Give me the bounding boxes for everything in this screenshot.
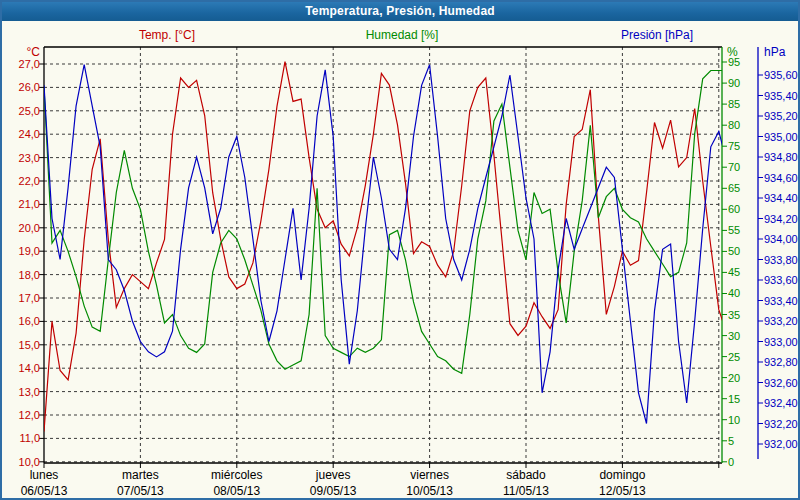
- temperature-tick-label: 20,0: [2, 222, 40, 234]
- day-date-label: 07/05/13: [90, 484, 190, 498]
- chart-svg: [2, 2, 800, 500]
- pressure-tick-label: 935,60: [764, 69, 798, 81]
- humidity-tick-label: 95: [728, 56, 740, 68]
- day-date-label: 12/05/13: [572, 484, 672, 498]
- temperature-tick-label: 25,0: [2, 105, 40, 117]
- temperature-tick-label: 19,0: [2, 245, 40, 257]
- temperature-tick-label: 14,0: [2, 362, 40, 374]
- temperature-tick-label: 15,0: [2, 339, 40, 351]
- temperature-tick-label: 27,0: [2, 58, 40, 70]
- series-temperature-line: [44, 62, 723, 432]
- pressure-tick-label: 932,40: [764, 397, 798, 409]
- temperature-tick-label: 12,0: [2, 409, 40, 421]
- temperature-tick-label: 21,0: [2, 198, 40, 210]
- humidity-tick-label: 30: [728, 330, 740, 342]
- pressure-tick-label: 934,80: [764, 151, 798, 163]
- pressure-tick-label: 935,20: [764, 110, 798, 122]
- temperature-tick-label: 13,0: [2, 386, 40, 398]
- temperature-tick-label: 22,0: [2, 175, 40, 187]
- temperature-tick-label: 11,0: [2, 432, 40, 444]
- pressure-tick-label: 934,20: [764, 213, 798, 225]
- day-name-label: martes: [90, 468, 190, 482]
- humidity-tick-label: 90: [728, 77, 740, 89]
- pressure-tick-label: 933,60: [764, 274, 798, 286]
- pressure-tick-label: 932,20: [764, 418, 798, 430]
- humidity-tick-label: 50: [728, 245, 740, 257]
- pressure-tick-label: 935,40: [764, 90, 798, 102]
- humidity-tick-label: 70: [728, 161, 740, 173]
- weather-chart-window: Temperatura, Presión, Humedad Temp. [°C]…: [0, 0, 800, 500]
- temperature-tick-label: 18,0: [2, 269, 40, 281]
- humidity-tick-label: 5: [728, 435, 734, 447]
- temperature-tick-label: 26,0: [2, 81, 40, 93]
- humidity-tick-label: 0: [728, 456, 734, 468]
- temperature-tick-label: 16,0: [2, 315, 40, 327]
- humidity-tick-label: 60: [728, 203, 740, 215]
- day-date-label: 11/05/13: [476, 484, 576, 498]
- humidity-tick-label: 80: [728, 119, 740, 131]
- day-name-label: sábado: [476, 468, 576, 482]
- humidity-tick-label: 40: [728, 287, 740, 299]
- pressure-tick-label: 932,80: [764, 356, 798, 368]
- day-name-label: viernes: [380, 468, 480, 482]
- day-name-label: domingo: [572, 468, 672, 482]
- day-date-label: 10/05/13: [380, 484, 480, 498]
- pressure-tick-label: 933,20: [764, 315, 798, 327]
- day-name-label: miércoles: [187, 468, 287, 482]
- day-date-label: 08/05/13: [187, 484, 287, 498]
- pressure-tick-label: 932,00: [764, 438, 798, 450]
- humidity-tick-label: 65: [728, 182, 740, 194]
- day-date-label: 09/05/13: [283, 484, 383, 498]
- temperature-tick-label: 24,0: [2, 128, 40, 140]
- day-name-label: jueves: [283, 468, 383, 482]
- temperature-tick-label: 23,0: [2, 152, 40, 164]
- pressure-tick-label: 934,40: [764, 192, 798, 204]
- pressure-tick-label: 934,60: [764, 172, 798, 184]
- humidity-tick-label: 55: [728, 224, 740, 236]
- humidity-tick-label: 85: [728, 98, 740, 110]
- pressure-tick-label: 934,00: [764, 233, 798, 245]
- pressure-tick-label: 933,40: [764, 295, 798, 307]
- pressure-tick-label: 935,00: [764, 131, 798, 143]
- series-humidity-line: [44, 71, 723, 374]
- pressure-tick-label: 933,00: [764, 336, 798, 348]
- humidity-tick-label: 75: [728, 140, 740, 152]
- humidity-tick-label: 10: [728, 414, 740, 426]
- day-date-label: 06/05/13: [0, 484, 94, 498]
- temperature-tick-label: 17,0: [2, 292, 40, 304]
- temperature-tick-label: 10,0: [2, 456, 40, 468]
- day-name-label: lunes: [0, 468, 94, 482]
- humidity-tick-label: 35: [728, 309, 740, 321]
- humidity-tick-label: 45: [728, 266, 740, 278]
- humidity-tick-label: 15: [728, 393, 740, 405]
- pressure-tick-label: 933,80: [764, 254, 798, 266]
- humidity-tick-label: 25: [728, 351, 740, 363]
- series-pressure-line: [44, 65, 723, 424]
- humidity-tick-label: 20: [728, 372, 740, 384]
- pressure-tick-label: 932,60: [764, 377, 798, 389]
